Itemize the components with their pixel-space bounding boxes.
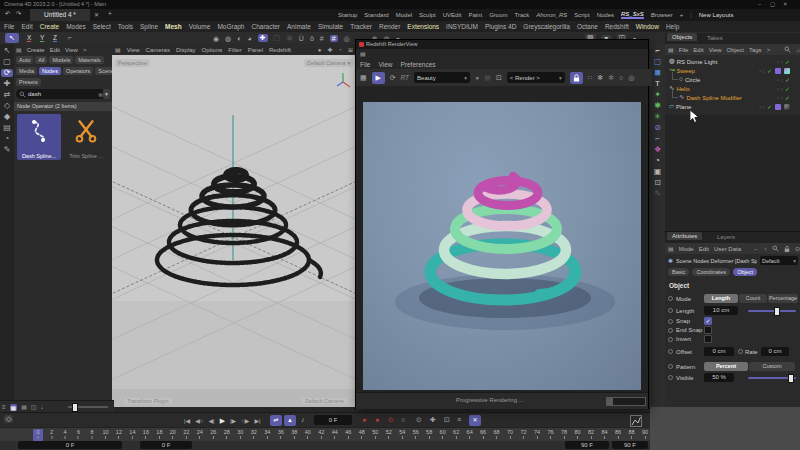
viewport-menu-icon[interactable]: ▤: [115, 47, 121, 53]
asset-search-box[interactable]: dash ⊗: [16, 89, 106, 99]
rv-render-nav-dropdown[interactable]: < Render > ▾: [507, 72, 565, 83]
layout-tab-nodes[interactable]: Nodes: [597, 12, 614, 18]
download-icon[interactable]: ↓: [41, 404, 44, 410]
rv-menu-preferences[interactable]: Preferences: [400, 61, 435, 68]
menu-simulate[interactable]: Simulate: [318, 23, 343, 30]
material-slot2-icon[interactable]: ▣: [286, 34, 293, 42]
asset-menu-edit[interactable]: Edit: [50, 47, 60, 53]
undo-axis-icon[interactable]: Ù: [299, 35, 304, 42]
next-frame-button[interactable]: |▶: [230, 418, 236, 424]
menu-render[interactable]: Render: [379, 23, 400, 30]
asset-tile-trim-spline[interactable]: Trim Spline ...: [64, 114, 108, 160]
anim-dot[interactable]: [668, 308, 673, 313]
fcurve-shortcut-icon[interactable]: [630, 415, 642, 427]
layout-tab-track[interactable]: Track: [514, 12, 529, 18]
menu-greyscalegorilla[interactable]: Greyscalegorilla: [523, 23, 570, 30]
record-button[interactable]: ●: [362, 416, 366, 423]
axis-lock-y[interactable]: Y: [40, 34, 44, 42]
range-end-field[interactable]: 90 F: [565, 441, 609, 449]
menu-file[interactable]: File: [4, 23, 14, 30]
renderview-menu-grid-icon[interactable]: ▤: [360, 51, 366, 57]
menu-character[interactable]: Character: [251, 23, 280, 30]
menu-spline[interactable]: Spline: [140, 23, 158, 30]
mode-length-button[interactable]: Length: [704, 294, 738, 303]
tab-objects[interactable]: Objects: [667, 33, 697, 41]
tab-media[interactable]: Media: [16, 67, 37, 75]
prev-frame-button[interactable]: ◀|: [208, 418, 214, 424]
subtab-coordinates[interactable]: Coordinates: [692, 268, 730, 276]
tab-operators[interactable]: Operators: [63, 67, 93, 75]
spline-pen-icon[interactable]: ⌐: [649, 47, 666, 55]
mini-scrubber[interactable]: [68, 406, 108, 408]
vp-menu-panel[interactable]: Panel: [248, 47, 263, 53]
menu-extensions[interactable]: Extensions: [407, 23, 439, 30]
layer-box[interactable]: ▫: [759, 104, 761, 110]
asset-group-header[interactable]: Node Operator (2 Items): [14, 102, 115, 111]
tab-takes[interactable]: Takes: [707, 35, 723, 41]
tag-chip[interactable]: [775, 104, 781, 110]
om-menu-object[interactable]: Object: [727, 47, 744, 53]
rv-snowflake-icon[interactable]: ✻: [597, 74, 603, 81]
tree-row-circle[interactable]: ○ Circle ▫:✓: [665, 75, 800, 84]
rs-trio-light-icon[interactable]: ✱: [649, 102, 666, 110]
panel-menu-icon[interactable]: ▤: [16, 47, 22, 53]
invert-checkbox[interactable]: [704, 335, 712, 343]
visibility-dots[interactable]: :: [781, 86, 783, 92]
vp-menu-cameras[interactable]: Cameras: [146, 47, 170, 53]
viewport-label[interactable]: Perspective: [115, 59, 150, 67]
rv-snowflake2-icon[interactable]: ✻: [608, 74, 614, 81]
tab-attributes[interactable]: Attributes: [667, 232, 702, 240]
rv-snapshot-icon[interactable]: ▦: [360, 74, 367, 81]
vp-menu-display[interactable]: Display: [176, 47, 196, 53]
offset-field[interactable]: 0 cm: [704, 347, 734, 356]
key-mode-icon[interactable]: ≡: [2, 404, 6, 410]
render-team-icon[interactable]: ◕: [247, 35, 251, 42]
tag-chip[interactable]: [775, 68, 781, 74]
axis-lock-z[interactable]: Z: [53, 34, 57, 42]
am-grid-icon[interactable]: ▤: [668, 246, 674, 252]
anim-dot[interactable]: [668, 296, 673, 301]
asset-menu-more[interactable]: >: [83, 47, 87, 53]
tree-row-dash-spline-modifier[interactable]: ∿ Dash Spline Modifier ▫:✓: [665, 93, 800, 102]
current-frame-field[interactable]: 0 F: [314, 415, 352, 425]
layout-tab-model[interactable]: Model: [396, 12, 412, 18]
layer-box[interactable]: ▫: [777, 77, 779, 83]
menu-select[interactable]: Select: [93, 23, 111, 30]
keyframe-presets-icon[interactable]: ≡: [457, 416, 461, 423]
am-menu-userdata[interactable]: User Data: [714, 246, 741, 252]
menu-modes[interactable]: Modes: [66, 23, 86, 30]
scale-tool-icon[interactable]: ⇄: [0, 91, 14, 99]
visibility-dots[interactable]: :: [781, 59, 783, 65]
viewport-camera-dropdown[interactable]: Default Camera ▾: [304, 59, 353, 67]
polys-mode-icon[interactable]: ▤: [0, 124, 14, 132]
anim-dot[interactable]: [668, 375, 673, 380]
visibility-dots[interactable]: :: [763, 68, 765, 74]
annotate-pen-icon[interactable]: ✎: [649, 190, 666, 198]
tab-presets[interactable]: Presets: [16, 78, 41, 86]
layout-tab-paint[interactable]: Paint: [468, 12, 482, 18]
visibility-dots[interactable]: :: [781, 95, 783, 101]
tab-all[interactable]: All: [35, 56, 47, 64]
center-axis-icon[interactable]: ö: [310, 35, 314, 42]
menu-octane[interactable]: Octane: [577, 23, 598, 30]
goto-start-button[interactable]: |◀: [184, 418, 190, 424]
tree-row-sweep[interactable]: ↝ Sweep ▫:✓: [665, 66, 800, 75]
tab-materials[interactable]: Materials: [75, 56, 103, 64]
menu-edit[interactable]: Edit: [21, 23, 32, 30]
layout-tab-startup[interactable]: Startup: [338, 12, 357, 18]
vp-maximize-icon[interactable]: ⊞: [348, 47, 353, 53]
rv-restart-icon[interactable]: ⟳: [390, 74, 396, 81]
layout-tab-groom[interactable]: Groom: [489, 12, 507, 18]
auto-keying-toggle[interactable]: ✕: [469, 415, 481, 426]
enabled-check[interactable]: ✓: [785, 85, 790, 92]
rv-crop-icon[interactable]: ⊡: [496, 74, 502, 81]
layer-box[interactable]: ▫: [777, 86, 779, 92]
texture-tag-chip[interactable]: [784, 68, 790, 74]
tab-nodes[interactable]: Nodes: [39, 67, 61, 75]
rv-menu-view[interactable]: View: [378, 61, 392, 68]
am-lock-icon[interactable]: [784, 245, 790, 253]
autokey-toggle[interactable]: ▲: [284, 415, 296, 426]
camera-object-icon[interactable]: ▣: [649, 168, 666, 176]
sound-toggle-icon[interactable]: ♪: [301, 416, 305, 423]
rv-circle-tool-icon[interactable]: ○: [619, 74, 623, 81]
